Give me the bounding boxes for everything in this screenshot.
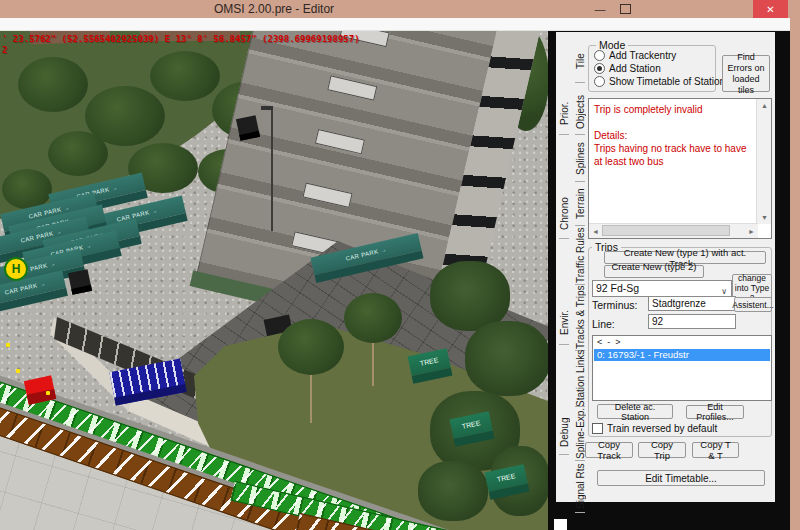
street-lamp-head bbox=[261, 106, 273, 110]
create-type2-button[interactable]: Create New (type 2) ... bbox=[604, 265, 704, 278]
tree bbox=[278, 319, 344, 375]
close-icon: ✕ bbox=[766, 4, 774, 15]
station-list-item[interactable]: 0: 16793/-1 - Freudstr bbox=[594, 349, 770, 361]
assistent-button[interactable]: Assistent... bbox=[734, 297, 772, 312]
coordinate-overlay-line2: 2 bbox=[2, 45, 7, 55]
tab-splines[interactable]: Splines bbox=[572, 136, 588, 181]
building-window bbox=[315, 129, 365, 154]
train-reversed-checkbox[interactable] bbox=[592, 423, 603, 434]
copy-trip-button[interactable]: Copy Trip bbox=[638, 442, 686, 458]
station-nav[interactable]: < - > bbox=[597, 337, 621, 347]
coordinate-overlay-line1: ' 23.5762" (52.5565402925039) E 13° 8' 5… bbox=[2, 34, 360, 44]
tab-terrain[interactable]: Terrain bbox=[572, 183, 588, 225]
tab-station-links[interactable]: Station Links bbox=[572, 351, 588, 406]
radio-show-timetable-label: Show Timetable of Station bbox=[609, 76, 725, 87]
copy-track-button[interactable]: Copy Track bbox=[585, 442, 633, 458]
yellow-marker bbox=[16, 369, 20, 373]
radio-add-trackentry-label: Add Trackentry bbox=[609, 50, 676, 61]
building-window bbox=[327, 75, 377, 100]
train-reversed-label: Train reversed by default bbox=[607, 423, 717, 434]
hscroll-thumb[interactable] bbox=[602, 225, 730, 236]
trip-select[interactable]: 92 Fd-Sg ∨ bbox=[592, 280, 732, 297]
tree-cube-label: TREE bbox=[496, 472, 516, 483]
radio-show-timetable[interactable] bbox=[594, 76, 605, 87]
tab-tracks-trips[interactable]: Tracks & Trips bbox=[572, 285, 588, 350]
panel-corner-widget bbox=[554, 519, 567, 530]
scroll-right-icon[interactable]: ► bbox=[748, 228, 755, 235]
tab-tile[interactable]: Tile bbox=[572, 40, 588, 82]
delete-station-button[interactable]: Delete ac. Station bbox=[597, 404, 673, 419]
error-details: Trips having no track have to have at le… bbox=[594, 142, 753, 168]
error-hscrollbar[interactable]: ◄ ► bbox=[589, 223, 758, 238]
bush bbox=[465, 321, 548, 396]
line-label: Line: bbox=[592, 319, 615, 330]
radio-add-station[interactable] bbox=[594, 63, 605, 74]
tree bbox=[344, 293, 402, 343]
line-field[interactable] bbox=[648, 314, 736, 329]
find-errors-button[interactable]: Find Errors on loaded tiles bbox=[722, 55, 770, 92]
bush bbox=[418, 461, 488, 521]
error-message-box[interactable]: Trip is completely invalid Details: Trip… bbox=[588, 98, 772, 239]
tree bbox=[150, 51, 220, 101]
title-bar[interactable]: OMSI 2.00.pre - Editor — ✕ bbox=[0, 0, 800, 18]
scroll-left-icon[interactable]: ◄ bbox=[592, 228, 599, 235]
bus-stop-sign: H bbox=[4, 257, 28, 281]
error-message: Trip is completely invalid bbox=[594, 103, 753, 116]
copy-tt-button[interactable]: Copy T & T bbox=[692, 442, 739, 458]
tree bbox=[18, 57, 88, 112]
menu-strip bbox=[0, 18, 790, 31]
scroll-down-icon[interactable]: ▼ bbox=[761, 214, 768, 221]
tab-debug[interactable]: Debug bbox=[556, 410, 572, 454]
window-title: OMSI 2.00.pre - Editor bbox=[214, 0, 334, 18]
car-park-label: CAR PARK → bbox=[345, 246, 387, 261]
tree-cube-label: TREE bbox=[419, 356, 439, 367]
edit-timetable-button[interactable]: Edit Timetable... bbox=[597, 470, 765, 486]
error-vscrollbar[interactable]: ▲ ▼ bbox=[756, 99, 771, 224]
building-window bbox=[302, 183, 352, 208]
tab-traffic-rules[interactable]: Traffic Rules bbox=[572, 226, 588, 284]
edit-profiles-button[interactable]: Edit Profiles... bbox=[686, 405, 744, 419]
omsi-editor-window: OMSI 2.00.pre - Editor — ✕ bbox=[0, 0, 800, 530]
tab-objects[interactable]: Objects bbox=[572, 90, 588, 134]
viewport-3d[interactable]: CAR PARK → CAR PARK → CAR PARK → CAR PAR… bbox=[0, 31, 548, 530]
tab-chrono[interactable]: Chrono bbox=[556, 190, 572, 238]
scroll-up-icon[interactable]: ▲ bbox=[761, 102, 768, 109]
terminus-label: Terminus: bbox=[592, 300, 638, 311]
tree-cube-label: TREE bbox=[461, 419, 481, 430]
close-button[interactable]: ✕ bbox=[753, 0, 788, 18]
tab-envir[interactable]: Envir. bbox=[556, 300, 572, 344]
car-park-label: CAR PARK → bbox=[4, 280, 46, 295]
trip-select-value: 92 Fd-Sg bbox=[596, 282, 639, 294]
black-helper-cube bbox=[236, 115, 260, 141]
radio-add-station-label: Add Station bbox=[609, 63, 661, 74]
bus-stop-sign-letter: H bbox=[12, 262, 21, 276]
radio-add-trackentry[interactable] bbox=[594, 50, 605, 61]
mode-group-label: Mode bbox=[596, 40, 628, 50]
station-listbox[interactable]: < - > 0: 16793/-1 - Freudstr bbox=[592, 335, 772, 401]
maximize-button[interactable] bbox=[615, 0, 635, 18]
black-helper-cube bbox=[68, 269, 92, 295]
tab-signal-rts[interactable]: Signal Rts bbox=[572, 461, 588, 512]
tab-prior[interactable]: Prior. bbox=[556, 92, 572, 134]
error-details-label: Details: bbox=[594, 129, 753, 142]
minimize-button[interactable]: — bbox=[590, 0, 610, 18]
window-right-border bbox=[790, 0, 800, 530]
yellow-marker bbox=[6, 343, 10, 347]
terminus-field[interactable] bbox=[648, 296, 736, 311]
maximize-icon bbox=[620, 4, 631, 14]
street-lamp bbox=[271, 109, 273, 231]
yellow-marker bbox=[46, 391, 50, 395]
tree bbox=[48, 131, 108, 176]
